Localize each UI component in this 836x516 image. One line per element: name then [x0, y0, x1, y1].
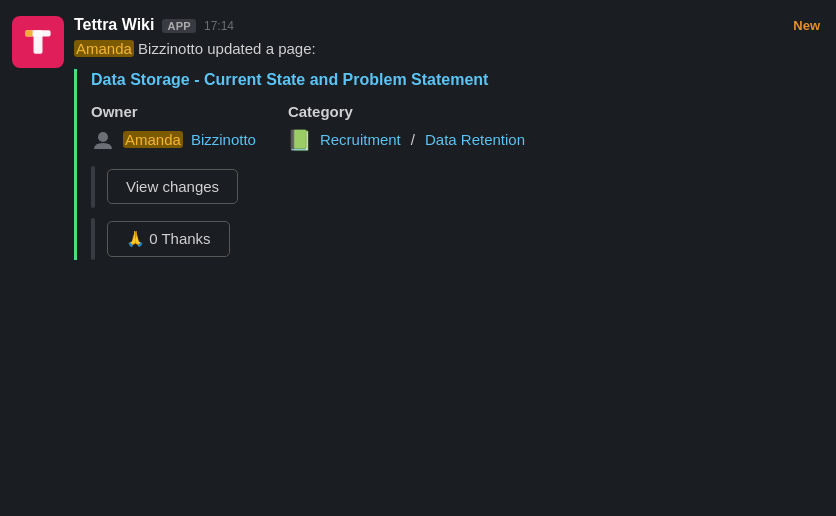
message-header: Tettra Wiki APP 17:14 New: [74, 16, 820, 34]
thanks-button[interactable]: 🙏 0 Thanks: [107, 221, 230, 257]
card-actions: View changes 🙏 0 Thanks: [91, 166, 820, 260]
view-changes-row: View changes: [91, 166, 820, 208]
message-body: Amanda Bizzinotto updated a page:: [74, 38, 820, 59]
owner-surname[interactable]: Bizzinotto: [191, 131, 256, 148]
view-changes-button[interactable]: View changes: [107, 169, 238, 204]
app-avatar: [12, 16, 64, 68]
app-badge: APP: [162, 19, 196, 33]
category-recruitment[interactable]: Recruitment: [320, 131, 401, 148]
owner-field: Owner Amanda Bizzinotto: [91, 103, 256, 152]
message-text: Bizzinotto updated a page:: [134, 40, 316, 57]
person-icon: [91, 128, 115, 152]
app-name: Tettra Wiki: [74, 16, 154, 34]
message-content: Tettra Wiki APP 17:14 New Amanda Bizzino…: [74, 16, 820, 260]
new-badge: New: [793, 18, 820, 33]
svg-point-3: [98, 132, 108, 142]
action-bar-1: [91, 166, 95, 208]
card-fields: Owner Amanda Bizzinotto Category: [91, 103, 820, 152]
book-icon: 📗: [288, 128, 312, 152]
owner-value: Amanda Bizzinotto: [91, 128, 256, 152]
category-label: Category: [288, 103, 525, 120]
sender-highlight[interactable]: Amanda: [74, 40, 134, 57]
owner-user-highlight[interactable]: Amanda: [123, 131, 183, 148]
card-title[interactable]: Data Storage - Current State and Problem…: [91, 69, 820, 91]
svg-rect-1: [34, 30, 43, 53]
avatar-inner: [12, 16, 64, 68]
message-timestamp: 17:14: [204, 19, 234, 33]
wiki-card: Data Storage - Current State and Problem…: [74, 69, 820, 260]
category-separator: /: [411, 131, 415, 148]
category-data-retention[interactable]: Data Retention: [425, 131, 525, 148]
category-field: Category 📗 Recruitment / Data Retention: [288, 103, 525, 152]
owner-label: Owner: [91, 103, 256, 120]
action-bar-2: [91, 218, 95, 260]
category-value: 📗 Recruitment / Data Retention: [288, 128, 525, 152]
message-row: Tettra Wiki APP 17:14 New Amanda Bizzino…: [12, 16, 820, 260]
tettra-logo-icon: [20, 24, 56, 60]
svg-rect-2: [25, 30, 32, 36]
thanks-row: 🙏 0 Thanks: [91, 218, 820, 260]
